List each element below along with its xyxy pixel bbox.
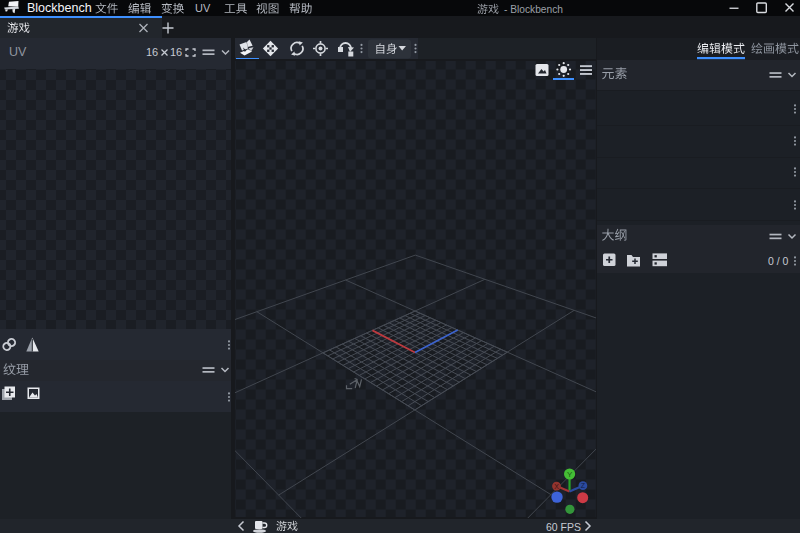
svg-text:Y: Y [567, 470, 573, 479]
svg-text:Z: Z [581, 482, 586, 489]
svg-text:X: X [554, 483, 559, 490]
